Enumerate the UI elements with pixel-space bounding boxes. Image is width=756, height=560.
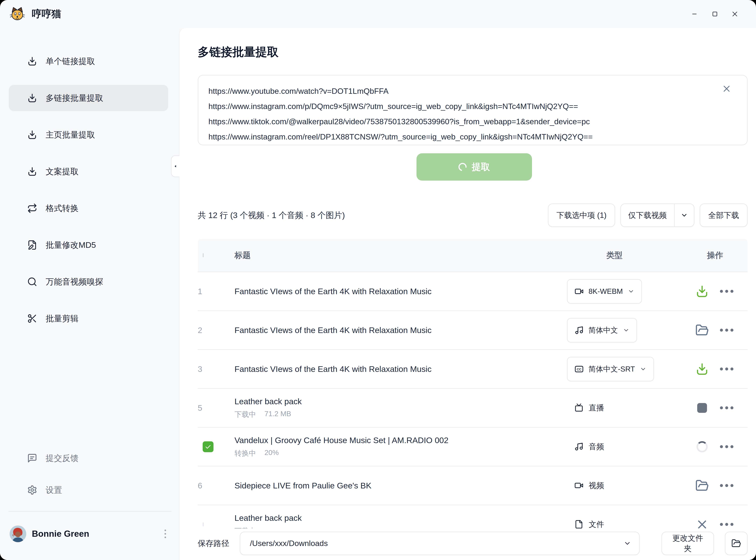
chevron-left-icon (173, 164, 178, 169)
sidebar-item-label: 多链接批量提取 (46, 93, 103, 104)
video-only-split-button[interactable]: 仅下载视频 (620, 203, 694, 227)
row-actions (693, 283, 748, 300)
type-dropdown[interactable]: 简体中文 (567, 318, 637, 342)
extract-button[interactable]: 提取 (417, 153, 532, 181)
maximize-icon[interactable] (710, 9, 719, 19)
tv-icon (574, 403, 583, 412)
clear-input-icon[interactable] (720, 83, 733, 95)
svg-text:CC: CC (577, 367, 581, 371)
sidebar-collapse-toggle[interactable] (171, 155, 179, 177)
repeat-icon (27, 203, 37, 213)
table-row: 3Fantastic VIews of the Earth 4K with Re… (198, 350, 748, 389)
video-only-label[interactable]: 仅下载视频 (621, 204, 674, 226)
save-path-select[interactable]: /Users/xxx/Downloads (240, 532, 640, 555)
scissors-icon (27, 314, 37, 324)
url-lines: https://www.youtube.com/watch?v=DOT1LmQb… (208, 83, 721, 144)
user-name: Bonnie Green (32, 529, 89, 539)
chevron-down-icon[interactable] (674, 204, 694, 226)
results-toolbar: 共 12 行 (3 个视频 · 1 个音频 · 8 个图片) 下载选中项 (1)… (198, 203, 748, 227)
sidebar-item[interactable]: 批量剪辑 (9, 305, 168, 332)
minimize-icon[interactable] (690, 9, 699, 19)
table-row: 1Fantastic VIews of the Earth 4K with Re… (198, 272, 748, 311)
open-folder-icon[interactable] (693, 321, 711, 339)
extract-button-label: 提取 (472, 161, 490, 173)
download-all-button[interactable]: 全部下载 (700, 203, 748, 227)
row-actions (693, 360, 748, 378)
page-title: 多链接批量提取 (198, 44, 279, 60)
file-icon (574, 520, 583, 529)
open-folder-button[interactable] (725, 532, 748, 555)
results-table: 标题 类型 操作 1Fantastic VIews of the Earth 4… (198, 239, 748, 544)
search-icon (27, 277, 37, 287)
stop-button[interactable] (693, 399, 711, 417)
save-path-bar: 保存路径 /Users/xxx/Downloads 更改文件夹 (179, 528, 756, 560)
type-label: 视频 (589, 480, 604, 491)
sidebar-item-label: 格式转换 (46, 203, 79, 214)
music-icon (574, 442, 583, 451)
type-badge: 音频 (574, 441, 604, 452)
type-label: 文件 (589, 519, 604, 529)
more-options-icon[interactable] (718, 477, 735, 494)
main-panel: 多链接批量提取 https://www.youtube.com/watch?v=… (179, 28, 756, 560)
row-actions (693, 321, 748, 339)
row-checkbox[interactable] (203, 522, 204, 526)
more-options-icon[interactable] (718, 438, 735, 456)
close-icon[interactable] (730, 9, 739, 19)
row-index: 1 (198, 287, 202, 296)
music-icon (575, 326, 584, 335)
more-options-icon[interactable] (718, 321, 735, 339)
sidebar-item-label: 批量剪辑 (46, 313, 79, 324)
kebab-menu-icon[interactable] (163, 528, 168, 540)
more-options-icon[interactable] (718, 283, 735, 300)
sidebar-item-label: 文案提取 (46, 166, 79, 177)
more-options-icon[interactable] (718, 399, 735, 417)
download-icon[interactable] (693, 360, 711, 378)
video-icon (574, 481, 583, 490)
folder-open-icon (731, 539, 741, 548)
sidebar-nav: 单个链接提取 多链接批量提取 主页批量提取 文案提取 格式转换 批量修改MD5 … (0, 48, 179, 332)
type-label: 音频 (589, 441, 604, 452)
sidebar-footer-item[interactable]: 设置 (9, 477, 168, 503)
avatar[interactable] (9, 525, 26, 542)
titlebar: 哼哼猫 (0, 0, 756, 28)
results-summary: 共 12 行 (3 个视频 · 1 个音频 · 8 个图片) (198, 210, 345, 221)
sidebar-footer-nav: 提交反馈 设置 (0, 445, 179, 503)
window-controls (690, 9, 739, 19)
sidebar-item[interactable]: 批量修改MD5 (9, 232, 168, 258)
spinner-icon (696, 441, 708, 453)
type-label: 直播 (589, 403, 604, 413)
row-title: Leather back pack (235, 397, 562, 406)
row-checkbox-checked[interactable] (203, 441, 214, 452)
download-icon[interactable] (693, 283, 711, 300)
sidebar-item[interactable]: 主页批量提取 (9, 122, 168, 148)
type-dropdown[interactable]: CC 简体中文-SRT (567, 357, 654, 381)
url-line: https://www.instagram.com/reel/DP1X88TCN… (208, 129, 721, 144)
chevron-down-icon (623, 327, 630, 334)
file-pen-icon (27, 240, 37, 250)
sidebar-item[interactable]: 万能音视频嗅探 (9, 268, 168, 295)
row-index: 6 (198, 481, 202, 490)
sidebar-footer-item[interactable]: 提交反馈 (9, 445, 168, 471)
save-path-value: /Users/xxx/Downloads (250, 539, 328, 548)
sidebar-item[interactable]: 多链接批量提取 (9, 85, 168, 111)
url-input[interactable]: https://www.youtube.com/watch?v=DOT1LmQb… (198, 75, 748, 145)
row-title: Fantastic VIews of the Earth 4K with Rel… (235, 286, 562, 296)
open-folder-icon[interactable] (693, 477, 711, 494)
table-header: 标题 类型 操作 (198, 239, 748, 272)
sidebar-item[interactable]: 文案提取 (9, 158, 168, 185)
sidebar-item-label: 提交反馈 (46, 453, 79, 464)
download-selected-button[interactable]: 下载选中项 (1) (548, 203, 615, 227)
row-meta: 20% (264, 448, 279, 458)
sidebar-item[interactable]: 格式转换 (9, 195, 168, 221)
sidebar-item-label: 设置 (46, 484, 62, 496)
change-folder-button[interactable]: 更改文件夹 (661, 532, 714, 555)
sidebar-item[interactable]: 单个链接提取 (9, 48, 168, 74)
select-all-checkbox[interactable] (203, 253, 204, 257)
video-icon (575, 287, 584, 296)
row-meta: 71.2 MB (264, 410, 291, 419)
type-dropdown[interactable]: 8K-WEBM (567, 279, 642, 304)
url-line: https://www.youtube.com/watch?v=DOT1LmQb… (208, 83, 721, 99)
row-status: 转换中 (235, 448, 256, 458)
more-options-icon[interactable] (718, 360, 735, 378)
row-title: Vandelux | Groovy Café House Music Set |… (235, 435, 562, 445)
